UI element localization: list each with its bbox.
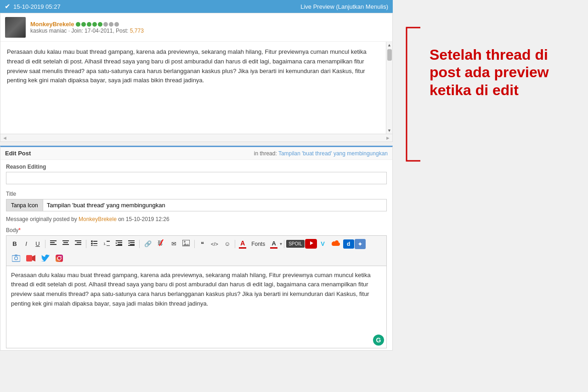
sep-2	[86, 240, 86, 248]
svg-rect-10	[75, 244, 81, 245]
svg-point-41	[15, 257, 17, 259]
svg-point-35	[184, 241, 186, 243]
list-number-button[interactable]: 1.2.	[101, 239, 113, 249]
scroll-left-arrow[interactable]: ◄	[2, 135, 7, 141]
title-input[interactable]	[43, 199, 387, 211]
svg-rect-45	[56, 255, 63, 262]
post-scrollbar-area: Perasaan dulu kalau mau buat thread gamp…	[0, 42, 392, 142]
svg-rect-19	[107, 241, 110, 242]
photo-button[interactable]	[9, 252, 23, 264]
reason-input[interactable]	[6, 172, 387, 184]
list-bullet-button[interactable]	[88, 239, 100, 249]
svg-rect-1	[50, 242, 55, 243]
align-left-button[interactable]	[47, 239, 59, 249]
svg-rect-8	[75, 240, 81, 241]
instagram-button[interactable]	[53, 252, 66, 264]
svg-rect-23	[118, 242, 122, 243]
svg-rect-17	[93, 245, 97, 246]
twitter-button[interactable]	[39, 252, 52, 263]
svg-rect-0	[50, 240, 57, 241]
svg-text:1.: 1.	[103, 242, 107, 246]
scroll-right-arrow[interactable]: ►	[385, 135, 390, 141]
svg-rect-24	[118, 244, 122, 245]
author-reputation	[76, 22, 119, 27]
sep-4	[194, 240, 195, 248]
header-datetime: 15-10-2019 05:27	[13, 3, 61, 10]
sep-1	[45, 240, 45, 248]
title-section: Title Tanpa Icon	[0, 188, 392, 214]
fonts-button[interactable]: Fonts	[249, 239, 268, 249]
code-button[interactable]: </>	[208, 239, 221, 249]
svg-rect-27	[128, 240, 135, 241]
svg-rect-22	[116, 240, 122, 241]
edit-post-section: Edit Post in thread: Tampilan 'buat thre…	[0, 146, 393, 351]
post-scrollbar[interactable]: ▲ ▼	[386, 42, 392, 134]
toolbar-row-2	[9, 252, 384, 264]
italic-button[interactable]: I	[21, 239, 32, 249]
svg-rect-9	[77, 242, 81, 243]
svg-rect-21	[107, 245, 110, 246]
editor-body[interactable]: Perasaan dulu kalau mau buat thread gamp…	[6, 266, 387, 348]
indent-button[interactable]	[113, 239, 125, 249]
header-bar: ✔ 15-10-2019 05:27 Live Preview (Lanjutk…	[0, 0, 393, 13]
image-button[interactable]	[180, 238, 192, 250]
dropdown-arrow-font: ▾	[280, 241, 282, 246]
soundcloud-button[interactable]	[329, 239, 343, 249]
original-author-link[interactable]: MonkeyBrekele	[79, 216, 117, 222]
svg-point-12	[91, 240, 93, 242]
toolbar-row-1: B I U	[9, 238, 384, 250]
editor-wrapper: Perasaan dulu kalau mau buat thread gamp…	[6, 266, 387, 348]
vimeo-button[interactable]: V	[317, 239, 328, 249]
quote-button[interactable]: ❝	[197, 239, 208, 249]
unlink-button[interactable]: ⛓	[155, 238, 168, 250]
body-label: Body*	[6, 227, 387, 233]
reason-label: Reason Editing	[6, 164, 387, 170]
svg-marker-44	[32, 255, 35, 261]
svg-rect-4	[62, 240, 69, 241]
title-row: Tanpa Icon	[6, 199, 387, 211]
bold-button[interactable]: B	[9, 239, 20, 249]
tanpa-icon-button[interactable]: Tanpa Icon	[6, 199, 43, 211]
svg-rect-29	[130, 244, 135, 245]
avatar	[5, 17, 26, 38]
thread-link[interactable]: Tampilan 'buat thread' yang membingungka…	[278, 150, 388, 157]
body-required: *	[18, 227, 21, 233]
dailymotion-button[interactable]: d	[343, 239, 354, 249]
author-name: MonkeyBrekele	[30, 21, 74, 28]
smile-button[interactable]: ☺	[221, 239, 233, 249]
align-right-button[interactable]	[72, 239, 84, 249]
font-color-button[interactable]: A	[237, 238, 248, 250]
link-button[interactable]: 🔗	[141, 239, 154, 249]
grammarly-icon: G	[373, 335, 384, 346]
svg-point-16	[91, 245, 93, 246]
header-left: ✔ 15-10-2019 05:27	[5, 2, 61, 11]
horizontal-scrollbar[interactable]: ◄ ►	[0, 134, 392, 142]
svg-rect-5	[63, 242, 68, 243]
outdent-button[interactable]	[125, 239, 137, 249]
svg-rect-25	[116, 245, 122, 246]
sep-6	[284, 240, 284, 248]
annotation-bracket	[397, 14, 425, 175]
underline-button[interactable]: U	[32, 239, 43, 249]
svg-marker-31	[128, 242, 130, 244]
video-button[interactable]	[23, 253, 38, 264]
svg-rect-15	[93, 243, 97, 244]
youtube-button[interactable]	[305, 239, 317, 249]
post-count-link[interactable]: 5,773	[130, 28, 144, 34]
svg-point-47	[61, 256, 62, 257]
scroll-down-arrow[interactable]: ▼	[387, 128, 391, 133]
author-info: MonkeyBrekele kaskus	[30, 21, 144, 34]
email-button[interactable]: ✉	[168, 239, 179, 249]
editor-toolbar: B I U	[6, 235, 387, 266]
post-author-row: MonkeyBrekele kaskus	[0, 13, 392, 42]
svg-rect-2	[50, 244, 57, 245]
sep-5	[235, 240, 235, 248]
svg-rect-28	[130, 242, 135, 243]
plugin-button[interactable]: ✦	[355, 239, 366, 249]
align-center-button[interactable]	[60, 239, 72, 249]
svg-rect-30	[128, 245, 135, 246]
reason-editing-section: Reason Editing	[0, 160, 392, 188]
scroll-up-arrow[interactable]: ▲	[387, 43, 391, 47]
spoiler-button[interactable]: SPOIL	[286, 240, 304, 248]
font-size-button[interactable]: A	[268, 238, 279, 250]
